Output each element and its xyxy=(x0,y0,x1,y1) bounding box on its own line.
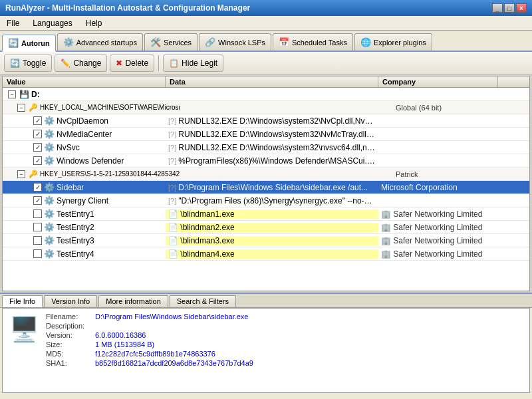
tab-autorun[interactable]: 🔄 Autorun xyxy=(2,35,56,52)
toggle-button[interactable]: 🔄 Toggle xyxy=(4,55,52,72)
list-item[interactable]: ⚙️TestEntry3📄 \blindman3.exe🏢 Safer Netw… xyxy=(3,234,529,247)
expand-icon[interactable]: − xyxy=(17,104,25,112)
tab-advanced-startups-label: Advanced startups xyxy=(76,39,137,47)
list-item[interactable]: ⚙️NvMediaCenter[?] RUNDLL32.EXE D:\Windo… xyxy=(3,128,529,141)
expand-icon[interactable]: − xyxy=(17,170,25,178)
filename-value: D:\Program Files\Windows Sidebar\sidebar… xyxy=(95,313,248,321)
filename-field: Filename: D:\Program Files\Windows Sideb… xyxy=(46,313,253,321)
change-button[interactable]: ✏️ Change xyxy=(55,55,107,72)
size-label: Size: xyxy=(46,340,92,348)
toolbar-separator xyxy=(158,55,159,71)
tab-winsock[interactable]: 🔗 Winsock LSPs xyxy=(199,33,271,51)
description-label: Description: xyxy=(46,322,92,330)
minimize-button[interactable]: _ xyxy=(492,3,503,13)
tab-version-info[interactable]: Version Info xyxy=(44,295,97,307)
sha1-field: SHA1: b852f8d16821a7dcdf209a6d8e7343e767… xyxy=(46,359,253,367)
entry-name: NvMediaCenter xyxy=(57,130,112,139)
tab-explorer[interactable]: 🌐 Explorer plugins xyxy=(354,33,432,51)
entry-name: Synergy Client xyxy=(57,196,108,205)
entry-data: 📄 \blindman4.exe xyxy=(166,249,378,259)
sha1-value: b852f8d16821a7dcdf209a6d8e7343e767b7d4a9 xyxy=(95,359,253,367)
entry-checkbox[interactable] xyxy=(33,183,42,192)
titlebar: RunAlyzer - Multi-Installation Autostart… xyxy=(0,0,532,16)
entry-data: [?] RUNDLL32.EXE D:\Windows\system32\NvM… xyxy=(166,130,378,139)
window-controls[interactable]: _ □ × xyxy=(492,3,527,13)
tab-services[interactable]: 🛠️ Services xyxy=(144,33,198,51)
tab-more-info[interactable]: More information xyxy=(98,295,168,307)
md5-label: MD5: xyxy=(46,350,92,358)
entry-data: [?] RUNDLL32.EXE D:\Windows\system32\nvs… xyxy=(166,143,378,152)
tab-file-info[interactable]: File Info xyxy=(2,295,43,307)
info-fields: Filename: D:\Program Files\Windows Sideb… xyxy=(46,313,253,388)
list-item[interactable]: − 🔑 HKEY_USERS\S-1-5-21-1259301844-42853… xyxy=(3,168,529,181)
hkey1-label: HKEY_LOCAL_MACHINE\SOFTWARE\Microsoft\Wi… xyxy=(40,104,180,111)
info-content: 🖥️ Filename: D:\Program Files\Windows Si… xyxy=(2,308,530,393)
main-content: Value Data Company − 💾 D: − 🔑 HKEY_LOCAL… xyxy=(0,74,532,399)
entry-icon: ⚙️ xyxy=(44,129,55,139)
entry-data: 📄 \blindman3.exe xyxy=(166,236,378,245)
entry-company: 🏢 Safer Networking Limited xyxy=(378,249,498,259)
sha1-label: SHA1: xyxy=(46,359,92,367)
entry-checkbox[interactable] xyxy=(33,130,42,138)
autorun-icon: 🔄 xyxy=(8,38,19,48)
close-button[interactable]: × xyxy=(516,3,527,13)
column-headers: Value Data Company xyxy=(3,76,529,88)
list-item[interactable]: ⚙️NvCplDaemon[?] RUNDLL32.EXE D:\Windows… xyxy=(3,114,529,128)
hkey2-entries: ⚙️Sidebar[?] D:\Program Files\Windows Si… xyxy=(3,181,529,261)
hkey-icon: 🔑 xyxy=(29,103,38,112)
maximize-button[interactable]: □ xyxy=(504,3,515,13)
advanced-startups-icon: ⚙️ xyxy=(63,37,74,47)
hide-legit-button[interactable]: 📋 Hide Legit xyxy=(163,55,223,72)
tab-scheduled[interactable]: 📅 Scheduled Tasks xyxy=(273,33,353,51)
entry-list: ⚙️NvCplDaemon[?] RUNDLL32.EXE D:\Windows… xyxy=(3,114,529,168)
entry-checkbox[interactable] xyxy=(33,143,42,152)
entry-checkbox[interactable] xyxy=(33,116,42,125)
menu-file[interactable]: File xyxy=(3,17,23,29)
entry-name: TestEntry3 xyxy=(57,236,94,245)
list-item[interactable]: ⚙️TestEntry1📄 \blindman1.exe🏢 Safer Netw… xyxy=(3,207,529,221)
version-field: Version: 6.0.6000.16386 xyxy=(46,331,253,339)
menu-help[interactable]: Help xyxy=(82,17,106,29)
list-item[interactable]: ⚙️Windows Defender[?] %ProgramFiles(x86)… xyxy=(3,154,529,168)
drive-icon: 💾 xyxy=(19,90,29,99)
list-area[interactable]: Value Data Company − 💾 D: − 🔑 HKEY_LOCAL… xyxy=(2,76,530,291)
entry-icon: ⚙️ xyxy=(44,235,55,245)
list-item[interactable]: ⚙️NvSvc[?] RUNDLL32.EXE D:\Windows\syste… xyxy=(3,141,529,154)
entry-icon: ⚙️ xyxy=(44,222,55,232)
list-item[interactable]: ⚙️TestEntry4📄 \blindman4.exe🏢 Safer Netw… xyxy=(3,247,529,261)
entry-company: 🏢 Safer Networking Limited xyxy=(378,209,498,219)
entry-data: [?] %ProgramFiles(x86)%\Windows Defender… xyxy=(166,156,378,166)
change-icon: ✏️ xyxy=(61,59,70,68)
entry-checkbox[interactable] xyxy=(33,223,42,231)
entry-icon: ⚙️ xyxy=(44,116,55,126)
list-item[interactable]: ⚙️Sidebar[?] D:\Program Files\Windows Si… xyxy=(3,181,529,194)
tab-advanced-startups[interactable]: ⚙️ Advanced startups xyxy=(57,33,143,51)
hkey1-company: Global (64 bit) xyxy=(393,104,513,112)
entry-checkbox[interactable] xyxy=(33,249,42,258)
entry-name: NvCplDaemon xyxy=(57,116,108,126)
list-item[interactable]: ⚙️TestEntry2📄 \blindman2.exe🏢 Safer Netw… xyxy=(3,221,529,234)
tab-services-label: Services xyxy=(164,39,192,47)
entry-company: 🏢 Safer Networking Limited xyxy=(378,236,498,245)
filename-label: Filename: xyxy=(46,313,92,321)
entry-data: 📄 \blindman2.exe xyxy=(166,223,378,232)
list-item[interactable]: − 🔑 HKEY_LOCAL_MACHINE\SOFTWARE\Microsof… xyxy=(3,101,529,114)
info-tabs: File Info Version Info More information … xyxy=(0,294,532,308)
entry-icon: ⚙️ xyxy=(44,156,55,166)
entry-icon: ⚙️ xyxy=(44,142,55,152)
change-label: Change xyxy=(73,59,101,68)
entry-checkbox[interactable] xyxy=(33,236,42,245)
list-item[interactable]: − 💾 D: xyxy=(3,88,529,101)
expand-icon[interactable]: − xyxy=(8,90,16,98)
delete-button[interactable]: ✖ Delete xyxy=(110,55,154,72)
delete-icon: ✖ xyxy=(116,59,122,68)
entry-checkbox[interactable] xyxy=(33,209,42,218)
hkey2-icon: 🔑 xyxy=(29,170,38,178)
list-item[interactable]: ⚙️Synergy Client[?] "D:\Program Files (x… xyxy=(3,194,529,207)
entry-icon: ⚙️ xyxy=(44,249,55,259)
entry-checkbox[interactable] xyxy=(33,156,42,165)
entry-checkbox[interactable] xyxy=(33,196,42,205)
menu-languages[interactable]: Languages xyxy=(29,17,76,29)
entry-name: TestEntry2 xyxy=(57,223,94,232)
tab-search-filters[interactable]: Search & Filters xyxy=(170,295,236,307)
